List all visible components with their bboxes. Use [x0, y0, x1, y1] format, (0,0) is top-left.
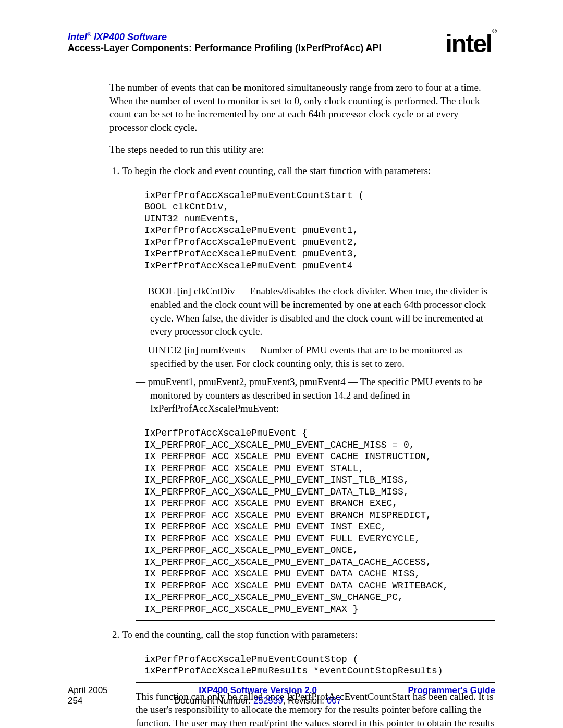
footer-date: April 2005	[68, 685, 108, 696]
param-numevents: UINT32 [in] numEvents — Number of PMU ev…	[136, 343, 495, 370]
footer-guide: Programmer's Guide	[408, 685, 496, 696]
footer-docinfo: Document Number: 252539, Revision: 007	[108, 696, 408, 706]
param-pmuevents: pmuEvent1, pmuEvent2, pmuEvent3, pmuEven…	[136, 375, 495, 415]
code-block-2: IxPerfProfAccXscalePmuEvent { IX_PERFPRO…	[136, 422, 495, 621]
step-2: To end the counting, call the stop funct…	[122, 628, 495, 728]
step-1-intro: To begin the clock and event counting, c…	[122, 165, 431, 176]
code-block-3: ixPerfProfAccXscalePmuEventCountStop ( i…	[136, 648, 495, 683]
section-title: Access-Layer Components: Performance Pro…	[68, 43, 445, 54]
logo-reg: ®	[492, 28, 496, 35]
footer-version: IXP400 Software Version 2.0	[108, 685, 408, 696]
footer-right: Programmer's Guide	[408, 685, 496, 706]
page-footer: April 2005 254 IXP400 Software Version 2…	[68, 685, 495, 706]
step-1: To begin the clock and event counting, c…	[122, 164, 495, 621]
docnum-value: 252539	[253, 696, 283, 706]
steps-list: To begin the clock and event counting, c…	[109, 164, 495, 728]
intro-para-1: The number of events that can be monitor…	[109, 81, 495, 134]
registered-mark: ®	[87, 31, 91, 38]
docnum-label: Document Number:	[174, 696, 253, 706]
footer-center: IXP400 Software Version 2.0 Document Num…	[108, 685, 408, 706]
intro-para-2: The steps needed to run this utility are…	[109, 143, 495, 156]
header-left: Intel® IXP400 Software Access-Layer Comp…	[68, 31, 445, 54]
code-block-1: ixPerfProfAccXscalePmuEventCountStart ( …	[136, 184, 495, 278]
rev-value: 007	[327, 696, 341, 706]
main-content: The number of events that can be monitor…	[109, 81, 495, 728]
intel-logo: intel®	[445, 29, 495, 58]
product-title: Intel® IXP400 Software	[68, 31, 445, 43]
param-clkcntdiv: BOOL [in] clkCntDiv — Enables/disables t…	[136, 285, 495, 338]
product-suffix: IXP400 Software	[91, 32, 167, 42]
param-list: BOOL [in] clkCntDiv — Enables/disables t…	[136, 285, 495, 415]
footer-left: April 2005 254	[68, 685, 108, 706]
step-2-intro: To end the counting, call the stop funct…	[122, 629, 358, 640]
page-header: Intel® IXP400 Software Access-Layer Comp…	[68, 31, 495, 60]
rev-label: , Revision:	[283, 696, 327, 706]
footer-page-number: 254	[68, 696, 108, 706]
logo-text: intel	[445, 30, 492, 57]
product-name: Intel	[68, 32, 87, 42]
